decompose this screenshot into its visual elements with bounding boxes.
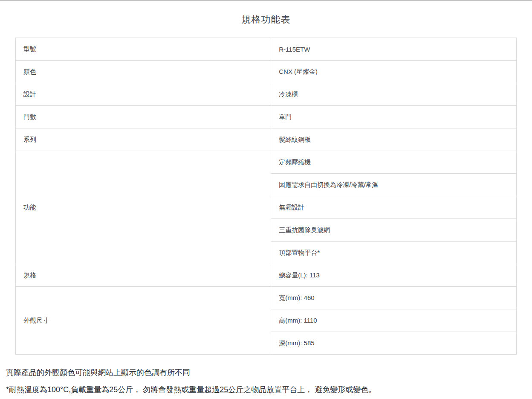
table-row: 外觀尺寸 寬(mm): 460 [16, 287, 517, 309]
spec-value-model: R-115ETW [271, 38, 517, 61]
spec-value-design: 冷凍櫃 [271, 83, 517, 106]
spec-label-dimensions: 外觀尺寸 [16, 287, 271, 355]
top-border-line [0, 0, 532, 0]
spec-value-color: CNX (星燦金) [271, 61, 517, 83]
footnote-heat-warning-underlined: 超過25公斤 [204, 385, 243, 394]
spec-label-model: 型號 [16, 38, 271, 61]
spec-value-width: 寬(mm): 460 [271, 287, 517, 309]
spec-label-series: 系列 [16, 128, 271, 151]
spec-value-feature-2: 因應需求自由切換為冷凍/冷藏/常溫 [271, 174, 517, 196]
table-row: 系列 髮絲紋鋼板 [16, 128, 517, 151]
spec-value-capacity: 總容量(L): 113 [271, 264, 517, 287]
table-row: 門數 單門 [16, 106, 517, 128]
spec-label-doors: 門數 [16, 106, 271, 128]
spec-label-color: 顏色 [16, 61, 271, 83]
spec-value-feature-4: 三重抗菌除臭濾網 [271, 219, 517, 242]
footnote-heat-warning-tail: 之物品放置平台上， 避免變形或變色。 [243, 385, 376, 394]
table-row: 規格 總容量(L): 113 [16, 264, 517, 287]
spec-value-series: 髮絲紋鋼板 [271, 128, 517, 151]
footnote-heat-warning: *耐熱溫度為100°C,負載重量為25公斤， 勿將會發熱或重量超過25公斤之物品… [6, 381, 526, 398]
footnote-color-disclaimer: 實際產品的外觀顏色可能與網站上顯示的色調有所不同 [6, 364, 526, 381]
spec-value-depth: 深(mm): 585 [271, 332, 517, 355]
footnote-heat-warning-text: *耐熱溫度為100°C,負載重量為25公斤， 勿將會發熱或重量 [6, 385, 204, 394]
spec-value-feature-5: 頂部置物平台* [271, 242, 517, 264]
spec-value-feature-1: 定頻壓縮機 [271, 151, 517, 174]
table-row: 型號 R-115ETW [16, 38, 517, 61]
spec-table: 型號 R-115ETW 顏色 CNX (星燦金) 設計 冷凍櫃 門數 單門 系列… [15, 38, 517, 355]
spec-value-feature-3: 無霜設計 [271, 196, 517, 219]
spec-page: 規格功能表 型號 R-115ETW 顏色 CNX (星燦金) 設計 冷凍櫃 門數… [0, 0, 532, 399]
table-row: 功能 定頻壓縮機 [16, 151, 517, 174]
spec-value-height: 高(mm): 1110 [271, 309, 517, 332]
spec-label-capacity: 規格 [16, 264, 271, 287]
page-title: 規格功能表 [0, 0, 532, 25]
table-row: 設計 冷凍櫃 [16, 83, 517, 106]
footnotes: 實際產品的外觀顏色可能與網站上顯示的色調有所不同 *耐熱溫度為100°C,負載重… [6, 364, 526, 398]
spec-label-features: 功能 [16, 151, 271, 264]
spec-label-design: 設計 [16, 83, 271, 106]
table-row: 顏色 CNX (星燦金) [16, 61, 517, 83]
spec-value-doors: 單門 [271, 106, 517, 128]
